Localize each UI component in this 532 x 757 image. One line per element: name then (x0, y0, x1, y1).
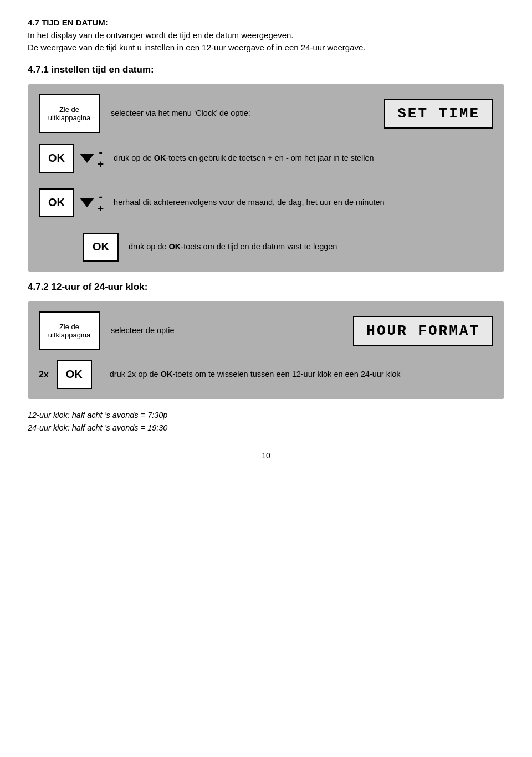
minus-icon-2: - (99, 191, 102, 203)
footnote-line2: 24-uur klok: half acht ’s avonds = 19:30 (28, 423, 167, 432)
ok-button-1[interactable]: OK (39, 144, 74, 173)
intro-line3: De weergave van de tijd kunt u instellen… (28, 42, 504, 54)
signs-col-1: - + (98, 147, 104, 170)
section1-panel: Zie de uitklappagina selecteer via het m… (28, 84, 504, 272)
ok-row3-text: druk op de OK-toets om de tijd en de dat… (129, 241, 493, 253)
plus-icon-1: + (98, 158, 104, 170)
page-number: 10 (28, 451, 504, 460)
uitklap-box-2: Zie de uitklappagina (39, 311, 100, 350)
ok-row-2: OK - + herhaal dit achtereenvolgens voor… (39, 188, 493, 217)
section2-panel: Zie de uitklappagina selecteer de optie … (28, 301, 504, 399)
top-row: Zie de uitklappagina selecteer via het m… (39, 94, 493, 133)
arrow-col-1 (80, 154, 94, 163)
arrow-signs-2: - + (80, 191, 104, 214)
arrow-signs-1: - + (80, 147, 104, 170)
ok-row-3: OK druk op de OK-toets om de tijd en de … (39, 233, 493, 262)
ok-row2-text: herhaal dit achtereenvolgens voor de maa… (114, 197, 493, 209)
select-text-2: selecteer de optie (111, 325, 342, 337)
down-arrow-icon-1 (80, 154, 94, 163)
intro-line2: In het display van de ontvanger wordt de… (28, 29, 504, 42)
ok-button-3[interactable]: OK (83, 233, 119, 262)
ok-button-4[interactable]: OK (57, 360, 92, 389)
signs-col-2: - + (98, 191, 104, 214)
section2-bottom-row: 2x OK druk 2x op de OK-toets om te wisse… (39, 360, 493, 389)
section2-top-row: Zie de uitklappagina selecteer de optie … (39, 311, 493, 350)
uitklap-label-1: Zie de uitklappagina (42, 105, 96, 122)
plus-icon-2: + (98, 203, 104, 214)
intro-block: 4.7 TIJD EN DATUM: In het display van de… (28, 17, 504, 54)
minus-icon-1: - (99, 147, 102, 158)
arrow-col-2 (80, 198, 94, 207)
intro-title: 4.7 TIJD EN DATUM: (28, 18, 108, 27)
section1-heading: 4.7.1 instellen tijd en datum: (28, 64, 504, 75)
footnote-line1: 12-uur klok: half acht ’s avonds = 7:30p (28, 411, 167, 420)
ok-row-1: OK - + druk op de OK-toets en gebruik de… (39, 144, 493, 173)
section2-heading: 4.7.2 12-uur of 24-uur klok: (28, 282, 504, 293)
down-arrow-icon-2 (80, 198, 94, 207)
ok-row1-text: druk op de OK-toets en gebruik de toetse… (114, 152, 493, 165)
ok2-text: druk 2x op de OK-toets om te wisselen tu… (110, 369, 493, 381)
set-time-display: SET TIME (384, 99, 493, 129)
uitklap-label-2: Zie de uitklappagina (42, 323, 96, 339)
twox-label: 2x (39, 370, 49, 380)
select-text-1: selecteer via het menu ‘Clock’ de optie: (111, 108, 373, 120)
uitklap-box-1: Zie de uitklappagina (39, 94, 100, 133)
hour-format-display: HOUR FORMAT (353, 316, 493, 346)
ok-rows-area: OK - + druk op de OK-toets en gebruik de… (39, 144, 493, 262)
footnote-block: 12-uur klok: half acht ’s avonds = 7:30p… (28, 409, 504, 434)
ok-button-2[interactable]: OK (39, 188, 74, 217)
